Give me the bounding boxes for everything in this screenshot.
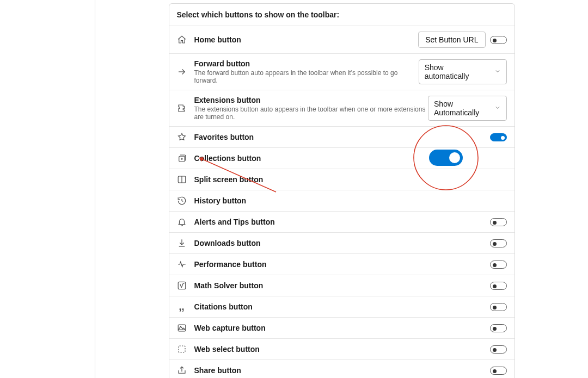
download-icon <box>177 238 187 248</box>
row-split-screen: Split screen button <box>169 169 514 190</box>
svg-rect-2 <box>178 282 186 289</box>
quote-icon: ,, <box>177 302 187 312</box>
forward-arrow-icon <box>177 67 187 77</box>
row-collections: Collections button <box>169 147 514 169</box>
row-alerts: Alerts and Tips button <box>169 211 514 232</box>
row-performance: Performance button <box>169 253 514 275</box>
row-title: Extensions button <box>194 96 428 104</box>
history-icon <box>177 196 187 206</box>
citations-toggle[interactable] <box>490 303 507 311</box>
main-panel: Select which buttons to show on the tool… <box>95 0 588 378</box>
extensions-dropdown[interactable]: Show Automatically <box>428 96 506 121</box>
forward-dropdown[interactable]: Show automatically <box>419 59 507 84</box>
row-citations: ,, Citations button <box>169 296 514 317</box>
row-title: Performance button <box>194 260 490 269</box>
row-title: Web capture button <box>194 324 490 332</box>
split-screen-icon <box>177 175 187 184</box>
row-downloads: Downloads button <box>169 232 514 253</box>
share-icon <box>177 365 187 375</box>
row-extensions: Extensions button The extensions button … <box>169 90 514 126</box>
performance-toggle[interactable] <box>490 261 507 269</box>
row-share: Share button <box>169 360 514 378</box>
row-title: Split screen button <box>194 175 507 184</box>
row-subtitle: The extensions button auto appears in th… <box>194 106 428 121</box>
row-title: Forward button <box>194 59 419 68</box>
row-title: Share button <box>194 366 490 375</box>
home-toggle[interactable] <box>490 36 507 44</box>
star-icon <box>177 132 187 142</box>
card-title: Select which buttons to show on the tool… <box>169 4 514 26</box>
chevron-down-icon <box>494 67 501 76</box>
web-select-icon <box>177 344 187 354</box>
row-forward: Forward button The forward button auto a… <box>169 53 514 90</box>
toolbar-buttons-card: Select which buttons to show on the tool… <box>169 3 515 378</box>
chevron-down-icon <box>494 104 501 113</box>
row-title: Downloads button <box>194 239 490 247</box>
svg-rect-4 <box>179 346 185 352</box>
row-history: History button <box>169 190 514 211</box>
math-icon <box>177 281 187 290</box>
math-toggle[interactable] <box>490 282 507 290</box>
downloads-toggle[interactable] <box>490 239 507 247</box>
row-title: Alerts and Tips button <box>194 218 490 226</box>
web-capture-icon <box>177 323 187 333</box>
row-webselect: Web select button <box>169 338 514 360</box>
performance-icon <box>177 259 187 269</box>
row-math: Math Solver button <box>169 275 514 296</box>
dropdown-label: Show automatically <box>425 63 489 80</box>
extensions-icon <box>177 103 187 113</box>
alerts-toggle[interactable] <box>490 218 507 226</box>
dropdown-label: Show Automatically <box>434 100 488 117</box>
favorites-toggle[interactable] <box>490 133 507 141</box>
row-title: Math Solver button <box>194 281 490 290</box>
row-title: Home button <box>194 35 419 44</box>
bell-icon <box>177 217 187 227</box>
row-home: Home button Set Button URL <box>169 26 514 53</box>
webcapture-toggle[interactable] <box>490 324 507 332</box>
share-toggle[interactable] <box>490 367 507 375</box>
collections-icon <box>177 153 187 163</box>
webselect-toggle[interactable] <box>490 345 507 354</box>
row-title: Citations button <box>194 302 490 311</box>
row-title: Collections button <box>194 154 507 163</box>
set-button-url-button[interactable]: Set Button URL <box>418 32 485 48</box>
sidebar-gutter <box>0 0 95 378</box>
row-title: History button <box>194 196 507 205</box>
row-favorites: Favorites button <box>169 126 514 147</box>
home-icon <box>177 35 187 45</box>
row-subtitle: The forward button auto appears in the t… <box>194 69 419 84</box>
row-title: Web select button <box>194 345 490 354</box>
row-webcapture: Web capture button <box>169 317 514 338</box>
row-title: Favorites button <box>194 133 490 141</box>
